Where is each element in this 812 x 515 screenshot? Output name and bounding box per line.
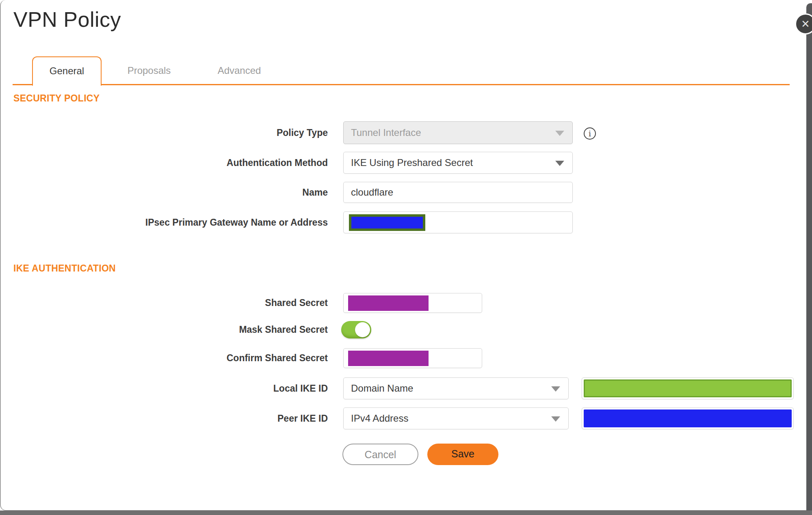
name-input[interactable] bbox=[343, 182, 573, 203]
close-icon: ✕ bbox=[801, 18, 810, 30]
mask-shared-secret-label: Mask Shared Secret bbox=[0, 321, 328, 338]
gateway-redacted-value bbox=[349, 214, 425, 231]
tab-advanced[interactable]: Advanced bbox=[211, 56, 268, 85]
local-ike-id-value-input[interactable] bbox=[582, 377, 794, 399]
peer-ike-id-type-value: IPv4 Address bbox=[351, 413, 408, 424]
section-ike-authentication: IKE AUTHENTICATION bbox=[13, 263, 116, 274]
dialog-card bbox=[0, 0, 806, 511]
toggle-knob bbox=[355, 322, 370, 337]
tab-general-label: General bbox=[50, 65, 84, 76]
mask-shared-secret-toggle[interactable] bbox=[341, 321, 371, 338]
chevron-down-icon bbox=[555, 161, 564, 166]
chevron-down-icon bbox=[551, 416, 560, 422]
save-button[interactable]: Save bbox=[427, 444, 498, 465]
confirm-shared-secret-input[interactable] bbox=[343, 348, 482, 368]
cancel-button[interactable]: Cancel bbox=[342, 444, 418, 465]
policy-type-select: Tunnel Interface bbox=[343, 121, 573, 144]
tab-proposals[interactable]: Proposals bbox=[123, 56, 175, 85]
shared-secret-label: Shared Secret bbox=[0, 293, 328, 313]
local-ike-id-redacted-value bbox=[584, 379, 792, 397]
name-label: Name bbox=[0, 182, 328, 203]
policy-type-value: Tunnel Interface bbox=[351, 127, 421, 138]
local-ike-id-type-select[interactable]: Domain Name bbox=[343, 377, 569, 399]
vpn-policy-modal: VPN Policy ✕ General Proposals Advanced … bbox=[0, 0, 812, 515]
gateway-label: IPsec Primary Gateway Name or Address bbox=[0, 211, 328, 233]
shared-secret-redacted-value bbox=[348, 295, 429, 311]
confirm-shared-secret-label: Confirm Shared Secret bbox=[0, 348, 328, 368]
backdrop-bottom-edge bbox=[0, 511, 812, 515]
gateway-input[interactable] bbox=[343, 211, 573, 233]
tab-advanced-label: Advanced bbox=[218, 65, 261, 76]
authentication-method-label: Authentication Method bbox=[0, 152, 328, 174]
backdrop-right-edge bbox=[806, 3, 812, 515]
peer-ike-id-redacted-value bbox=[584, 409, 792, 427]
section-security-policy: SECURITY POLICY bbox=[13, 93, 100, 104]
local-ike-id-label: Local IKE ID bbox=[0, 377, 328, 399]
peer-ike-id-value-input[interactable] bbox=[582, 407, 794, 429]
shared-secret-input[interactable] bbox=[343, 293, 482, 313]
info-icon[interactable]: i bbox=[584, 127, 596, 140]
page-title: VPN Policy bbox=[13, 7, 121, 32]
peer-ike-id-type-select[interactable]: IPv4 Address bbox=[343, 407, 569, 429]
tab-general[interactable]: General bbox=[32, 56, 102, 86]
confirm-shared-secret-redacted-value bbox=[348, 351, 429, 366]
policy-type-label: Policy Type bbox=[0, 121, 328, 144]
peer-ike-id-label: Peer IKE ID bbox=[0, 407, 328, 429]
chevron-down-icon bbox=[551, 386, 560, 392]
authentication-method-value: IKE Using Preshared Secret bbox=[351, 157, 473, 168]
tab-proposals-label: Proposals bbox=[128, 65, 171, 76]
authentication-method-select[interactable]: IKE Using Preshared Secret bbox=[343, 152, 573, 174]
local-ike-id-type-value: Domain Name bbox=[351, 383, 413, 394]
chevron-down-icon bbox=[555, 131, 564, 136]
